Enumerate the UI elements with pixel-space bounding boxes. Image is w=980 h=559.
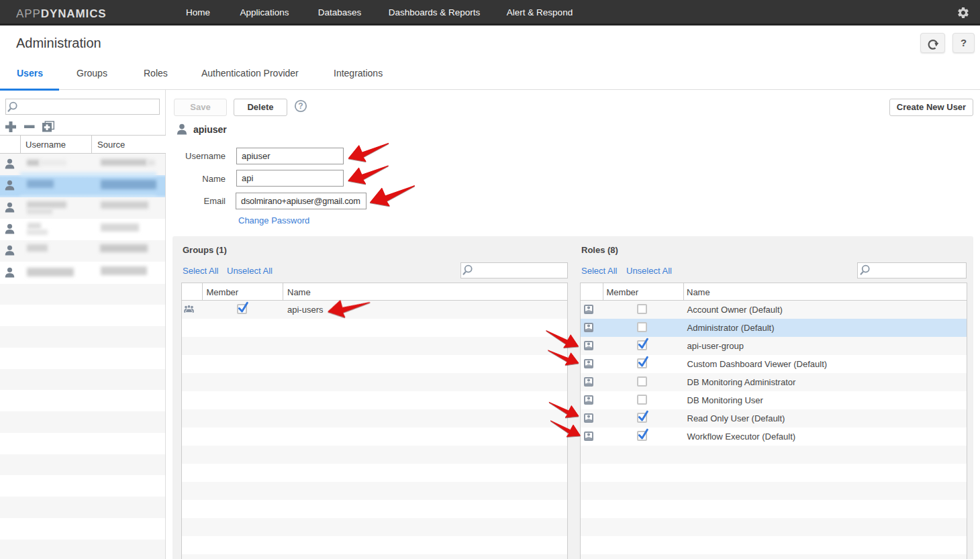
svg-text:?: ? (298, 101, 303, 111)
